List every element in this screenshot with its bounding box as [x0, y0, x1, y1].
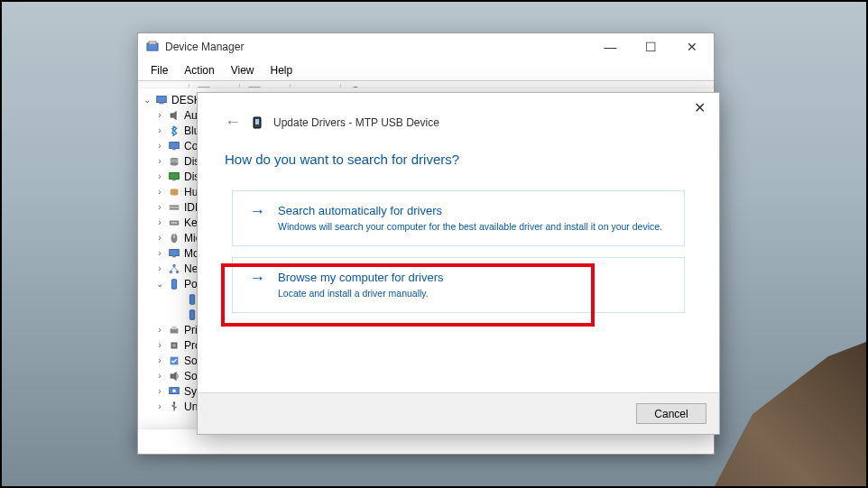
maximize-button[interactable]: ☐ [631, 34, 671, 60]
dialog-back-button[interactable]: ← [225, 113, 241, 132]
chevron-icon[interactable]: › [154, 355, 165, 365]
window-title: Device Manager [165, 41, 590, 53]
svg-rect-23 [172, 179, 176, 180]
chevron-icon[interactable]: › [154, 371, 165, 381]
svg-rect-31 [170, 249, 180, 255]
software-icon [167, 354, 181, 368]
dialog-title: Update Drivers - MTP USB Device [273, 116, 439, 129]
speaker-icon [167, 108, 181, 123]
dialog-heading: How do you want to search for drivers? [198, 139, 719, 180]
option-title: Search automatically for drivers [278, 204, 662, 217]
chevron-icon[interactable]: › [154, 233, 165, 243]
display-icon [167, 170, 181, 184]
svg-point-34 [176, 270, 180, 273]
svg-point-35 [172, 263, 176, 267]
sound-icon [167, 369, 181, 383]
mouse-icon [167, 231, 181, 245]
menu-view[interactable]: View [224, 62, 262, 78]
computer-icon [154, 93, 169, 107]
chevron-icon[interactable]: › [154, 171, 165, 181]
chevron-down-icon[interactable]: ⌄ [142, 95, 152, 105]
svg-rect-36 [171, 279, 176, 289]
svg-rect-44 [171, 373, 174, 378]
chevron-icon[interactable]: › [154, 110, 165, 120]
svg-rect-38 [189, 309, 194, 319]
cancel-button[interactable]: Cancel [636, 403, 706, 424]
svg-rect-32 [172, 255, 176, 257]
option-browse-computer[interactable]: → Browse my computer for drivers Locate … [232, 257, 685, 313]
hid-icon [167, 185, 181, 199]
chevron-icon[interactable]: › [154, 340, 165, 350]
arrow-right-icon: → [249, 204, 265, 233]
svg-rect-15 [159, 102, 163, 104]
svg-rect-17 [170, 142, 180, 148]
option-description: Windows will search your computer for th… [278, 220, 662, 233]
close-button[interactable]: ✕ [671, 34, 712, 60]
svg-rect-50 [255, 119, 259, 124]
keyboard-icon [167, 216, 181, 230]
svg-rect-18 [172, 148, 176, 150]
menubar: File Action View Help [138, 60, 714, 80]
svg-rect-22 [170, 172, 180, 179]
svg-rect-24 [171, 189, 179, 195]
chevron-icon[interactable]: › [154, 156, 165, 166]
option-search-automatically[interactable]: → Search automatically for drivers Windo… [232, 190, 685, 246]
chevron-icon[interactable]: › [154, 401, 165, 411]
processor-icon [167, 338, 181, 353]
svg-point-33 [170, 270, 173, 273]
dialog-header: ← Update Drivers - MTP USB Device [198, 93, 719, 139]
menu-help[interactable]: Help [263, 62, 300, 78]
disk-icon [167, 154, 181, 169]
system-icon [167, 384, 181, 399]
chevron-icon[interactable]: › [154, 187, 165, 197]
chevron-icon[interactable]: › [154, 263, 165, 273]
monitor-icon [167, 139, 181, 153]
menu-action[interactable]: Action [177, 62, 221, 78]
ide-icon [167, 200, 181, 215]
svg-rect-37 [189, 294, 194, 304]
arrow-right-icon: → [249, 271, 265, 299]
svg-rect-40 [171, 326, 176, 329]
svg-point-21 [171, 161, 179, 165]
svg-rect-14 [157, 96, 167, 102]
chevron-icon[interactable]: › [154, 125, 165, 135]
svg-point-46 [172, 389, 176, 392]
bluetooth-icon [167, 124, 181, 138]
portable-icon [167, 277, 181, 291]
chevron-icon[interactable]: › [154, 141, 165, 151]
network-icon [167, 262, 181, 276]
dialog-close-button[interactable]: ✕ [681, 95, 717, 120]
svg-rect-28 [171, 222, 178, 224]
monitor-icon [167, 246, 181, 261]
chevron-icon[interactable]: › [154, 217, 165, 227]
print-icon [167, 323, 181, 337]
menu-file[interactable]: File [143, 62, 175, 78]
svg-rect-16 [171, 113, 174, 117]
update-drivers-dialog: ✕ ← Update Drivers - MTP USB Device How … [197, 92, 720, 435]
chevron-icon[interactable]: › [154, 248, 165, 258]
chevron-icon[interactable]: › [154, 325, 165, 335]
svg-rect-42 [172, 344, 176, 347]
svg-rect-1 [149, 41, 156, 44]
minimize-button[interactable]: — [590, 34, 631, 60]
titlebar[interactable]: Device Manager — ☐ ✕ [138, 33, 714, 60]
chevron-icon[interactable]: › [154, 386, 165, 396]
device-icon [250, 115, 264, 130]
chevron-icon[interactable]: ⌄ [154, 279, 165, 289]
option-description: Locate and install a driver manually. [278, 287, 444, 299]
dialog-footer: Cancel [198, 392, 719, 434]
chevron-icon[interactable]: › [154, 202, 165, 212]
app-icon [145, 40, 160, 54]
option-title: Browse my computer for drivers [278, 271, 444, 284]
usb-icon [167, 400, 181, 414]
